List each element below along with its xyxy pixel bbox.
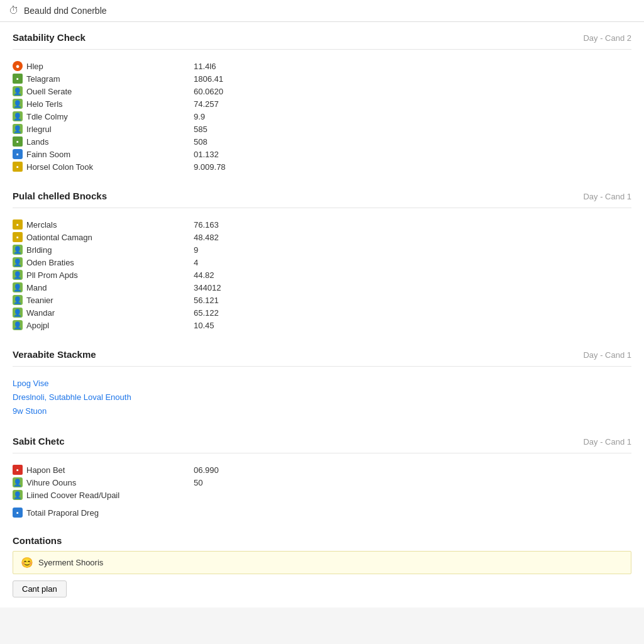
item-value: 10.45: [194, 321, 214, 330]
contations-text: Syerment Shooris: [38, 558, 103, 567]
green-square-icon: ▪: [13, 136, 23, 147]
section-satability-title: Satability Check: [13, 32, 86, 43]
yellow-square-icon: ▪: [13, 232, 23, 242]
item-value: 06.990: [194, 465, 219, 475]
section-pulal-day: Day - Cand 1: [583, 192, 631, 201]
section-pulal-header: Pulal chelled Bnocks Day - Cand 1: [13, 191, 631, 201]
list-item: ▪ Telagram 1806.41: [13, 72, 631, 85]
item-value: 11.4l6: [194, 62, 216, 71]
item-name: Apojpl: [26, 321, 140, 330]
person-icon: 👤: [13, 245, 23, 255]
list-item: ▪ Horsel Colon Took 9.009.78: [13, 160, 631, 173]
item-value: 50: [194, 478, 203, 487]
item-name: Liined Coover Read/Upail: [26, 491, 140, 500]
person-icon: 👤: [13, 124, 23, 134]
section-satability-header: Satability Check Day - Cand 2: [13, 32, 631, 43]
item-name: Ouell Serate: [26, 87, 140, 96]
list-item: ▪ Hapon Bet 06.990: [13, 464, 631, 476]
section-sabit: Sabit Chetc Day - Cand 1 ▪ Hapon Bet 06.…: [13, 436, 631, 518]
orange-circle-icon: ●: [13, 61, 23, 71]
section-sabit-day: Day - Cand 1: [583, 437, 631, 447]
item-value: 1806.41: [194, 74, 223, 84]
list-item: ▪ Lands 508: [13, 135, 631, 148]
person-icon: 👤: [13, 477, 23, 487]
item-value: 9.9: [194, 112, 205, 121]
link-9w-stuon[interactable]: 9w Stuon: [13, 404, 631, 418]
section-satability: Satability Check Day - Cand 2 ● Hlep 11.…: [13, 32, 631, 173]
item-value: 76.163: [194, 220, 219, 230]
item-name: Hapon Bet: [26, 465, 140, 475]
list-item: 👤 Wandar 65.122: [13, 306, 631, 319]
link-dreslnoli[interactable]: Dreslnoli, Sutabhle Loval Enouth: [13, 391, 631, 404]
item-name: Brlding: [26, 245, 140, 255]
list-item: 👤 Vihure Oouns 50: [13, 476, 631, 489]
item-name: Merclals: [26, 220, 140, 230]
item-name: Telagram: [26, 74, 140, 84]
list-item: ▪ Merclals 76.163: [13, 218, 631, 231]
person-icon: 👤: [13, 86, 23, 96]
item-name: Teanier: [26, 296, 140, 305]
list-item: 👤 Apojpl 10.45: [13, 319, 631, 331]
section-veraabite-header: Veraabite Stackme Day - Cand 1: [13, 349, 631, 360]
contations-title: Contations: [13, 535, 631, 546]
totail-label: Totail Praporal Dreg: [26, 508, 140, 518]
item-value: 48.482: [194, 233, 219, 242]
section-veraabite-title: Veraabite Stackme: [13, 349, 96, 360]
list-item: 👤 Irlegrul 585: [13, 123, 631, 135]
blue-square-icon: ▪: [13, 149, 23, 159]
item-value: 01.132: [194, 150, 219, 159]
item-value: 585: [194, 125, 208, 134]
item-name: Fainn Soom: [26, 150, 140, 159]
person-icon: 👤: [13, 490, 23, 500]
person-icon: 👤: [13, 308, 23, 318]
item-name: Tdle Colmy: [26, 112, 140, 121]
red-square-icon: ▪: [13, 465, 23, 475]
top-bar: ⏱ Beauld dnd Conerble: [0, 0, 644, 22]
list-item: 👤 Brlding 9: [13, 243, 631, 256]
list-item: 👤 Oden Braties 4: [13, 256, 631, 269]
section-pulal-title: Pulal chelled Bnocks: [13, 191, 107, 201]
item-name: Pll Prom Apds: [26, 270, 140, 280]
list-item: 👤 Mand 344012: [13, 281, 631, 294]
item-value: 508: [194, 137, 208, 147]
item-name: Hlep: [26, 62, 140, 71]
list-item: 👤 Tdle Colmy 9.9: [13, 110, 631, 123]
person-icon: 👤: [13, 111, 23, 121]
item-name: Irlegrul: [26, 125, 140, 134]
list-item: ▪ Oationtal Camagn 48.482: [13, 231, 631, 243]
section-pulal: Pulal chelled Bnocks Day - Cand 1 ▪ Merc…: [13, 191, 631, 331]
item-value: 44.82: [194, 270, 214, 280]
green-square-icon: ▪: [13, 74, 23, 84]
item-name: Mand: [26, 283, 140, 292]
contations-section: Contations 😊 Syerment Shooris Cant plan: [13, 535, 631, 597]
item-name: Oden Braties: [26, 258, 140, 267]
person-icon: 👤: [13, 270, 23, 280]
item-value: 344012: [194, 283, 221, 292]
section-sabit-header: Sabit Chetc Day - Cand 1: [13, 436, 631, 447]
item-value: 65.122: [194, 308, 219, 318]
section-veraabite-day: Day - Cand 1: [583, 350, 631, 360]
smiley-icon: 😊: [21, 557, 33, 569]
cant-plan-button[interactable]: Cant plan: [13, 580, 67, 597]
item-name: Oationtal Camagn: [26, 233, 140, 242]
person-icon: 👤: [13, 99, 23, 109]
link-lpog-vise[interactable]: Lpog Vise: [13, 377, 631, 391]
list-item: 👤 Pll Prom Apds 44.82: [13, 269, 631, 281]
item-value: 56.121: [194, 296, 219, 305]
list-item: 👤 Ouell Serate 60.0620: [13, 85, 631, 97]
item-name: Lands: [26, 137, 140, 147]
item-value: 74.257: [194, 99, 219, 109]
item-value: 4: [194, 258, 198, 267]
blue-square-icon: ▪: [13, 508, 23, 518]
item-value: 9.009.78: [194, 162, 226, 172]
section-satability-day: Day - Cand 2: [583, 33, 631, 43]
person-icon: 👤: [13, 257, 23, 267]
section-veraabite: Veraabite Stackme Day - Cand 1 Lpog Vise…: [13, 349, 631, 418]
totail-row: ▪ Totail Praporal Dreg: [13, 508, 631, 518]
top-bar-title: Beauld dnd Conerble: [24, 6, 107, 16]
person-icon: 👤: [13, 282, 23, 292]
list-item: 👤 Helo Terls 74.257: [13, 97, 631, 110]
yellow-square-icon: ▪: [13, 162, 23, 172]
item-name: Horsel Colon Took: [26, 162, 140, 172]
item-value: 60.0620: [194, 87, 223, 96]
